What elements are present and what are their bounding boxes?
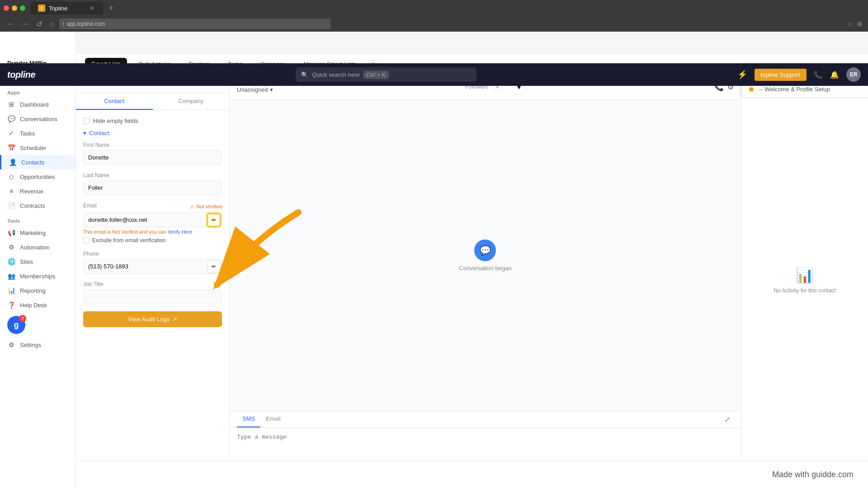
sidebar-item-contracts[interactable]: 📄 Contracts: [0, 198, 75, 213]
sidebar-item-label: Scheduler: [20, 145, 47, 151]
sidebar-item-tasks[interactable]: ✓ Tasks: [0, 126, 75, 141]
verify-here-link[interactable]: Verify Here: [168, 229, 192, 235]
extensions-icon[interactable]: ⚙: [857, 20, 863, 28]
sidebar-item-label: Sites: [20, 258, 33, 265]
right-panel-content: 📊 No Activity for this contact: [741, 98, 868, 462]
first-name-input[interactable]: [83, 150, 222, 165]
contact-panel: ‹ Donette Foller ‹ 2 of 76 selected › Co…: [76, 74, 230, 488]
sidebar-item-contacts[interactable]: 👤 Contacts: [0, 155, 75, 169]
new-tab-btn[interactable]: +: [105, 2, 118, 14]
sidebar-item-scheduler[interactable]: 📅 Scheduler: [0, 141, 75, 155]
tab-company[interactable]: Company: [153, 93, 230, 110]
browser-actions: ☆ ⚙: [847, 20, 863, 28]
home-btn[interactable]: ⌂: [47, 18, 56, 30]
main-content: Smart Lists Bulk Actions Restore Tasks C…: [76, 32, 868, 488]
contacts-icon: 👤: [9, 159, 17, 166]
refresh-btn[interactable]: ↺: [34, 18, 44, 30]
chevron-down-icon: ▾: [83, 130, 86, 136]
sidebar-item-label: Tasks: [20, 130, 35, 137]
traffic-light-red: [4, 5, 9, 11]
hide-empty-row: Hide empty fields: [83, 117, 222, 124]
marketing-icon: 📢: [7, 229, 15, 236]
g-badge[interactable]: g 7: [7, 316, 25, 334]
sidebar-item-label: Dashboard: [20, 101, 49, 108]
back-btn[interactable]: ←: [5, 18, 16, 30]
dashboard-icon: ⊞: [7, 101, 15, 108]
reporting-icon: 📊: [7, 287, 15, 294]
settings-icon: ⚙: [7, 341, 15, 348]
contact-section-label: Contact: [89, 130, 109, 136]
phone-icon[interactable]: 📞: [814, 70, 823, 79]
last-name-input[interactable]: [83, 180, 222, 195]
sidebar-item-reporting[interactable]: 📊 Reporting: [0, 283, 75, 298]
sidebar-item-sites[interactable]: 🌐 Sites: [0, 254, 75, 269]
conv-started: 💬 Conversation began: [459, 239, 511, 272]
onboarding-item-label: → Welcome & Profile Setup: [757, 86, 830, 93]
conversation-panel: Owner (Assign To) Unassigned ▾ Followers…: [230, 74, 741, 488]
bottom-bar: guidde. Made with guidde.com: [0, 461, 868, 488]
forward-btn[interactable]: →: [20, 18, 31, 30]
helpdesk-icon: ❓: [7, 301, 15, 309]
hide-empty-label: Hide empty fields: [93, 117, 138, 124]
search-bar[interactable]: 🔍 Quick search here Ctrl + K: [296, 67, 476, 82]
app-logo: topline: [7, 70, 35, 80]
compose-expand-btn[interactable]: ⤢: [721, 412, 734, 427]
bell-icon[interactable]: 🔔: [830, 70, 839, 79]
automation-icon: ⚙: [7, 244, 15, 251]
compose-tabs: SMS Email ⤢: [230, 412, 741, 428]
first-name-label: First Name: [83, 142, 222, 148]
email-input[interactable]: [83, 212, 222, 227]
chevron-down-icon: ▾: [270, 86, 273, 93]
onboarding-status-dot: [749, 87, 754, 92]
tab-title: Topline: [49, 5, 67, 12]
no-activity-icon: 📊: [796, 267, 814, 284]
compose-tab-sms[interactable]: SMS: [237, 412, 260, 427]
email-warning: This email is Not Verified and you can V…: [83, 229, 222, 235]
phone-input[interactable]: [83, 259, 222, 274]
view-audit-logs-btn[interactable]: View Audit Logs ↗: [83, 311, 222, 327]
sidebar-item-revenue[interactable]: ≡ Revenue: [0, 184, 75, 198]
address-bar[interactable]: t app.topline.com: [59, 19, 330, 29]
sidebar-item-opportunities[interactable]: ◇ Opportunities: [0, 169, 75, 184]
traffic-light-yellow: [12, 5, 17, 11]
compose-tab-email[interactable]: Email: [260, 412, 286, 427]
warning-icon: ⚠: [190, 204, 194, 210]
sidebar-item-marketing[interactable]: 📢 Marketing: [0, 225, 75, 240]
message-input[interactable]: [230, 428, 741, 464]
tab-close-btn[interactable]: ✕: [89, 5, 96, 12]
owner-dropdown[interactable]: Unassigned ▾: [237, 86, 278, 93]
browser-tab[interactable]: t Topline ✕: [31, 2, 103, 14]
url-text: app.topline.com: [67, 21, 105, 27]
edit-phone-btn[interactable]: ✏: [208, 260, 220, 273]
job-title-field: Job Title: [83, 281, 222, 304]
sidebar-item-settings[interactable]: ⚙ Settings: [0, 338, 75, 352]
hide-empty-checkbox[interactable]: [83, 118, 90, 124]
contact-section-header[interactable]: ▾ Contact: [83, 130, 222, 136]
search-shortcut: Ctrl + K: [363, 70, 389, 79]
sidebar-item-conversations[interactable]: 💬 Conversations: [0, 112, 75, 126]
bookmark-icon[interactable]: ☆: [847, 20, 853, 28]
email-field: Email ⚠ Not Verified ✏: [83, 202, 222, 244]
sidebar: Dunder Mifflin [D... Scranton, PA ▾ ▣ Ap…: [0, 32, 76, 488]
sidebar-item-memberships[interactable]: 👥 Memberships: [0, 269, 75, 283]
search-placeholder: Quick search here: [312, 71, 360, 78]
exclude-label: Exclude from email verification: [92, 237, 166, 244]
sidebar-item-automation[interactable]: ⚙ Automation: [0, 240, 75, 254]
nav-icons: 📞 🔔 ER: [814, 67, 861, 82]
edit-email-btn[interactable]: ✏: [208, 214, 220, 226]
sidebar-item-label: Contacts: [21, 159, 44, 166]
sidebar-item-dashboard[interactable]: ⊞ Dashboard: [0, 97, 75, 112]
exclude-checkbox[interactable]: [83, 237, 90, 244]
support-button[interactable]: topline Support: [755, 69, 807, 81]
sidebar-item-label: Reporting: [20, 287, 45, 294]
phone-field: Phone ✏: [83, 251, 222, 274]
tab-contact[interactable]: Contact: [76, 93, 153, 110]
sidebar-item-helpdesk[interactable]: ❓ Help Desk: [0, 298, 75, 312]
revenue-icon: ≡: [7, 188, 15, 195]
search-icon: 🔍: [301, 71, 308, 78]
job-title-input[interactable]: [83, 289, 222, 304]
tasks-icon: ✓: [7, 130, 15, 137]
conv-messages: 💬 Conversation began: [230, 100, 741, 411]
user-avatar[interactable]: ER: [846, 67, 861, 82]
scheduler-icon: 📅: [7, 144, 15, 151]
